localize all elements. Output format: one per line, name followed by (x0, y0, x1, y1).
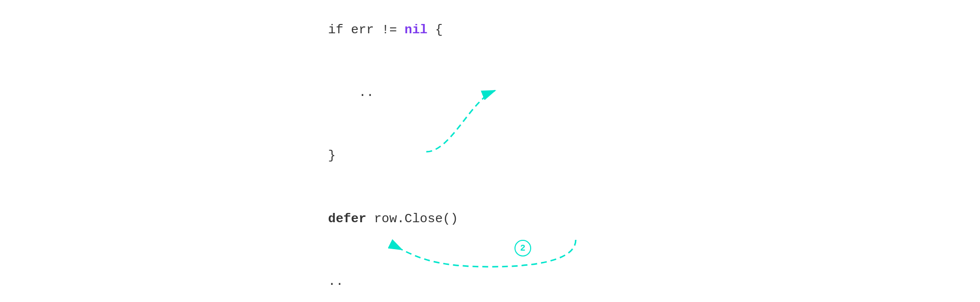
content-area: func() { for { row, err := db.Query("SEL… (206, 0, 774, 302)
code-line-8: .. (206, 251, 588, 302)
main-container: func() { for { row, err := db.Query("SEL… (0, 0, 980, 302)
code-line-5: .. (206, 62, 588, 125)
code-line-7: defer row.Close() (206, 187, 588, 251)
code-line-6: } (206, 124, 588, 187)
code-block: func() { for { row, err := db.Query("SEL… (206, 0, 588, 302)
keyword-defer: defer (328, 211, 367, 226)
code-line-4: if err != nil { (206, 0, 588, 62)
badge-2: 2 (514, 240, 531, 256)
keyword-nil: nil (405, 23, 428, 37)
